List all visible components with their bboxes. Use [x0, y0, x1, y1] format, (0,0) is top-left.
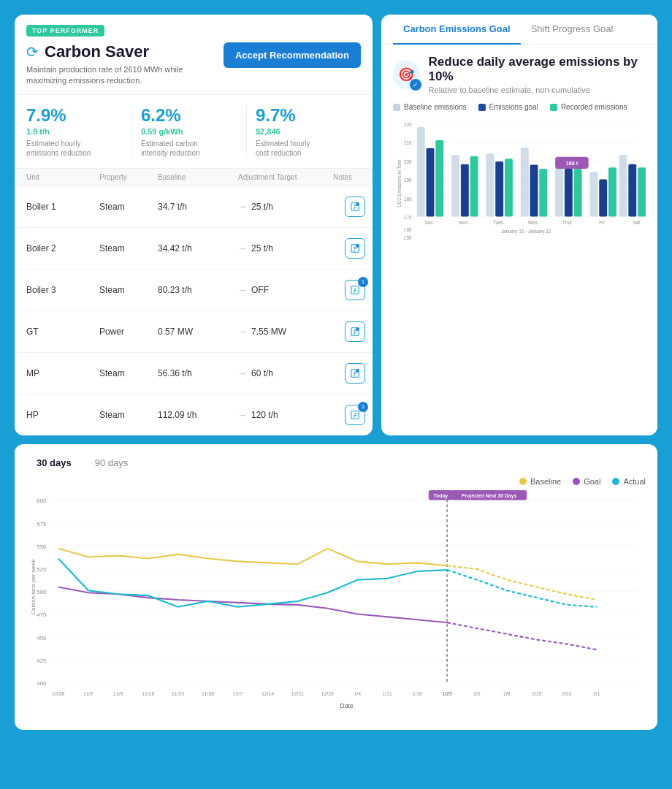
svg-text:1/4: 1/4 [354, 690, 361, 695]
row-target: → 7.55 MW [238, 327, 333, 337]
bar-chart-area: CO2 Emissions in Tons 220 210 200 190 18… [381, 117, 657, 260]
legend-actual-label: Actual [623, 477, 646, 486]
svg-text:575: 575 [37, 520, 46, 527]
goal-check-icon: ✓ [410, 79, 421, 91]
row-target-value: 25 t/h [251, 243, 273, 254]
svg-text:Wed: Wed [528, 220, 538, 225]
legend-recorded: Recorded emissions [550, 103, 627, 111]
bar-baseline-fri [590, 172, 598, 217]
action-icon[interactable]: 1 [345, 405, 365, 425]
goal-color [478, 104, 486, 111]
bar-goal-sun [427, 148, 435, 217]
row-target: → 25 t/h [238, 243, 333, 254]
col-notes: Notes [333, 173, 373, 181]
arrow-icon: → [238, 327, 247, 337]
tooltip-text: 168 t [566, 160, 579, 167]
svg-text:11/16: 11/16 [142, 690, 154, 695]
svg-text:+: + [356, 328, 358, 331]
metric-carbon: 6.2% 0.59 g/kWh Estimated carbonintensit… [132, 105, 247, 158]
row-baseline: 34.42 t/h [158, 243, 238, 254]
row-property: Steam [99, 410, 158, 420]
legend-actual-line: Actual [612, 477, 646, 486]
action-icon[interactable]: + [345, 363, 365, 384]
tab-shift-progress-goal[interactable]: Shift Progress Goal [521, 15, 624, 45]
line-chart-area: 600 575 550 525 500 475 450 425 400 Carb… [15, 487, 657, 730]
left-card: TOP PERFORMER ⟳ Carbon Saver Maintain pr… [15, 15, 373, 435]
table-row: Boiler 3 Steam 80.23 t/h → OFF 1 [15, 270, 373, 311]
card-title: Carbon Saver [45, 42, 149, 61]
svg-text:600: 600 [37, 498, 47, 504]
legend-recorded-label: Recorded emissions [561, 103, 627, 111]
svg-text:+: + [356, 370, 358, 373]
bar-recorded-tues [505, 159, 513, 216]
action-icon[interactable]: + [345, 238, 365, 259]
row-property: Steam [99, 368, 158, 378]
action-icon[interactable]: 1 [345, 280, 365, 300]
svg-text:Thur: Thur [562, 220, 573, 225]
svg-text:CO2 Emissions in Tons: CO2 Emissions in Tons [397, 159, 402, 207]
svg-text:January 15 - January 22: January 15 - January 22 [501, 229, 551, 235]
row-target: → 60 t/h [238, 368, 333, 378]
actual-projected-line [447, 570, 597, 607]
legend-baseline-line: Baseline [519, 477, 561, 486]
bar-baseline-sun [417, 127, 425, 217]
tab-carbon-emissions-goal[interactable]: Carbon Emissions Goal [393, 15, 521, 45]
metric-label-2: Estimated hourlycost reduction [256, 139, 352, 158]
row-baseline: 56.36 t/h [158, 368, 238, 378]
row-unit: HP [26, 410, 99, 420]
bar-baseline-wed [521, 148, 529, 217]
goal-line-dot [573, 478, 580, 485]
bar-goal-tues [495, 161, 503, 217]
col-property: Property [99, 173, 158, 181]
row-target-value: OFF [251, 285, 269, 295]
bar-goal-sat [628, 164, 636, 217]
action-icon[interactable]: + [345, 197, 365, 217]
svg-text:450: 450 [37, 634, 47, 641]
table-header: Unit Property Baseline Adjustment Target… [15, 169, 373, 186]
metric-value-2: 9.7% [256, 105, 352, 126]
legend-baseline: Baseline emissions [393, 103, 467, 111]
row-unit: Boiler 3 [26, 285, 99, 295]
row-property: Steam [99, 285, 158, 295]
tab-30-days[interactable]: 30 days [26, 453, 82, 473]
top-performer-badge: TOP PERFORMER [26, 25, 104, 37]
svg-text:1/11: 1/11 [383, 690, 392, 695]
col-target: Adjustment Target [238, 173, 333, 181]
svg-text:11/2: 11/2 [83, 690, 93, 695]
legend-goal-label: Goal [584, 477, 600, 486]
svg-text:1/25: 1/25 [442, 690, 451, 695]
arrow-icon: → [238, 285, 247, 295]
action-icon[interactable]: + [345, 321, 365, 342]
row-unit: MP [26, 368, 99, 378]
accept-recommendation-button[interactable]: Accept Recommendation [224, 42, 361, 68]
svg-text:150: 150 [404, 235, 412, 240]
row-unit: Boiler 2 [26, 243, 99, 254]
bar-chart-legend: Baseline emissions Emissions goal Record… [381, 99, 657, 117]
svg-text:180: 180 [404, 197, 412, 202]
goal-icon: 🎯 ✓ [393, 60, 420, 89]
svg-text:12/14: 12/14 [261, 690, 274, 695]
badge-dot: 1 [358, 402, 368, 412]
arrow-icon: → [238, 243, 247, 254]
svg-text:220: 220 [404, 122, 412, 127]
svg-text:210: 210 [404, 140, 412, 145]
tab-90-days[interactable]: 90 days [85, 453, 139, 473]
actual-line [58, 558, 447, 606]
svg-text:550: 550 [37, 544, 47, 550]
chart-subtitle: Relative to baseline estimate, non-cumul… [429, 85, 646, 94]
arrow-icon: → [238, 368, 247, 378]
svg-text:2/1: 2/1 [473, 690, 481, 695]
table-row: Boiler 2 Steam 34.42 t/h → 25 t/h + [15, 228, 373, 270]
row-property: Steam [99, 202, 158, 212]
svg-text:Tues: Tues [493, 220, 503, 225]
carbon-saver-icon: ⟳ [26, 43, 39, 61]
tabs-row: Carbon Emissions Goal Shift Progress Goa… [381, 15, 657, 45]
row-target-value: 120 t/h [251, 410, 278, 420]
svg-text:500: 500 [37, 589, 47, 595]
bar-goal-mon [461, 164, 469, 217]
card-header: ⟳ Carbon Saver Maintain production rate … [15, 42, 373, 94]
bottom-card: 30 days 90 days Baseline Goal Actual 600… [15, 444, 657, 730]
bar-chart-svg: CO2 Emissions in Tons 220 210 200 190 18… [393, 117, 646, 250]
svg-text:Sun: Sun [425, 220, 434, 225]
bar-goal-fri [599, 180, 607, 217]
